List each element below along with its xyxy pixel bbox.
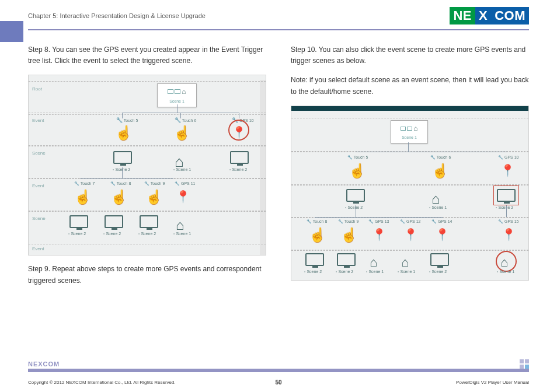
left-column: Step 8. You can see the GPS event you cr… (28, 44, 266, 295)
touch-icon[interactable]: ☝ (340, 224, 358, 246)
scene1a-label: ▫ Scene 1 (429, 204, 447, 211)
logo-part-x: X (475, 7, 491, 24)
gps12-label: 🔧 GPS 12 (400, 218, 420, 225)
monitor-icon[interactable] (69, 215, 88, 228)
copyright-text: Copyright © 2012 NEXCOM International Co… (28, 380, 176, 385)
gps13-label: 🔧 GPS 13 (368, 218, 389, 225)
scene1b-label: ▫ Scene 1 (173, 230, 191, 237)
scene2b-label: ▫ Scene 2 (229, 166, 247, 173)
monitor-icon[interactable] (230, 151, 249, 164)
touch-icon[interactable]: ☝ (110, 186, 128, 208)
touch6-label: 🔧 Touch 6 (430, 154, 451, 160)
gps-pin-icon[interactable]: 📍 (176, 187, 190, 206)
note-text: Note: if you select default scene as an … (291, 75, 529, 97)
gps-pin-icon[interactable]: 📍 (372, 225, 387, 244)
monitor-icon[interactable] (430, 253, 449, 266)
monitor-icon[interactable] (305, 253, 324, 266)
home-icon: ⌂ (413, 123, 417, 134)
touch-icon[interactable]: ☝ (115, 122, 133, 144)
manual-title: PowerDigis V2 Player User Manual (456, 380, 529, 385)
scenebl6: ▫ Scene 1 (497, 268, 514, 275)
touch8-label: 🔧 Touch 8 (110, 180, 131, 187)
monitor-icon[interactable] (346, 189, 365, 202)
touch6-label: 🔧 Touch 6 (175, 116, 196, 124)
touch8-label: 🔧 Touch 8 (307, 218, 327, 225)
screenshot-titlebar (291, 106, 528, 111)
touch7-label: 🔧 Touch 7 (74, 180, 95, 187)
scene1a-label: ▫ Scene 1 (173, 166, 191, 173)
row-label-event3: Event (32, 246, 44, 253)
footer-squares-icon (520, 359, 529, 369)
touch-icon[interactable]: ☝ (431, 160, 449, 182)
home-icon: ⌂ (182, 86, 186, 97)
corner-accent (0, 21, 23, 42)
touch-icon[interactable]: ☝ (309, 224, 326, 246)
scene2a-label: ▫ Scene 2 (345, 204, 363, 211)
monitor-icon[interactable] (140, 215, 158, 228)
scenebl3: ▫ Scene 1 (366, 268, 384, 275)
scenebl4: ▫ Scene 1 (398, 268, 415, 275)
step-10-text: Step 10. You can also click the event sc… (291, 44, 529, 66)
monitor-icon[interactable] (113, 151, 132, 164)
gps10-label: 🔧 GPS 10 (498, 154, 518, 160)
footer-logo: NEXCOM (28, 360, 60, 368)
highlight-box (493, 186, 519, 205)
logo-part-ne: NE (450, 7, 475, 24)
root-scene-label: Scene 1 (169, 99, 184, 103)
nexcom-logo: NEXCOM (450, 7, 529, 24)
touch-icon[interactable]: ☝ (145, 186, 163, 208)
scene2b-label: ▫ Scene 2 (496, 204, 513, 211)
scenebl5: ▫ Scene 2 (429, 268, 447, 275)
root-scene-label: Scene 1 (402, 135, 417, 139)
screenshot-step-8: Root Event Scene Event Scene Event ⌂ Sce… (28, 75, 266, 256)
step-8-text: Step 8. You can see the GPS event you cr… (28, 44, 266, 66)
monitor-icon[interactable] (105, 215, 123, 228)
root-scene-box[interactable]: ⌂ Scene 1 (157, 83, 197, 107)
scenebl2: ▫ Scene 2 (336, 268, 353, 275)
page-number: 50 (275, 379, 281, 386)
scenebl1: ▫ Scene 2 (304, 268, 322, 275)
gps-pin-icon[interactable]: 📍 (500, 161, 515, 180)
touch9-label: 🔧 Touch 9 (144, 180, 165, 187)
chapter-title: Chapter 5: Interactive Presentation Desi… (28, 12, 206, 19)
right-column: Step 10. You can also click the event sc… (291, 44, 529, 295)
touch-icon[interactable]: ☝ (74, 186, 92, 208)
root-scene-box[interactable]: ⌂ Scene 1 (391, 120, 428, 144)
screenshot-step-10: ⌂ Scene 1 ☝ 🔧 Touch 5 ☝ 🔧 Touch 6 📍 🔧 GP… (291, 106, 529, 281)
scene2e-label: ▫ Scene 2 (138, 230, 156, 237)
touch5-label: 🔧 Touch 5 (347, 154, 368, 160)
scene2d-label: ▫ Scene 2 (103, 230, 121, 237)
gps-pin-icon[interactable]: 📍 (502, 225, 516, 244)
touch5-label: 🔧 Touch 5 (116, 116, 138, 124)
gps-pin-icon[interactable]: 📍 (435, 225, 450, 244)
scene2c-label: ▫ Scene 2 (68, 230, 86, 237)
gps15-label: 🔧 GPS 15 (498, 218, 518, 225)
gps11-label: 🔧 GPS 11 (175, 180, 195, 187)
footer-divider (28, 369, 529, 372)
touch9-label: 🔧 Touch 9 (338, 218, 358, 225)
touch-icon[interactable]: ☝ (349, 160, 366, 182)
step-9-text: Step 9. Repeat above steps to create mor… (28, 264, 266, 286)
gps14-label: 🔧 GPS 14 (431, 218, 452, 225)
monitor-icon[interactable] (337, 253, 356, 266)
gps-pin-icon[interactable]: 📍 (403, 225, 418, 244)
logo-part-com: COM (491, 7, 529, 24)
touch-icon[interactable]: ☝ (173, 122, 191, 144)
